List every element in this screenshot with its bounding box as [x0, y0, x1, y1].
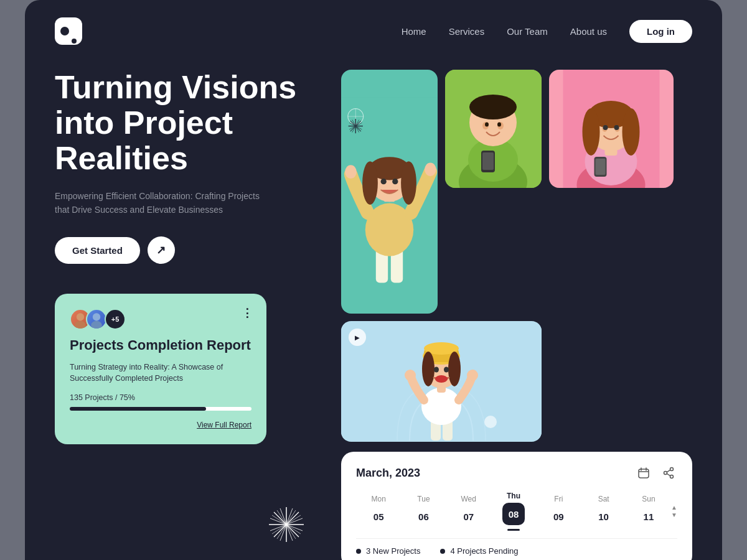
event-new-projects: 3 New Projects: [356, 546, 420, 556]
person-card-green: [445, 70, 542, 188]
svg-point-21: [583, 108, 600, 156]
card-avatars: +5: [70, 309, 251, 330]
logo-dot-big: [60, 27, 69, 35]
completion-card: +5 ⋮ Projects Completion Report Turning …: [55, 294, 266, 444]
svg-rect-70: [639, 469, 649, 478]
svg-point-37: [425, 163, 436, 177]
page-wrapper: Home Services Our Team About us Log in T…: [25, 0, 722, 560]
calendar-title: March, 2023: [356, 467, 420, 480]
share-icon[interactable]: [660, 464, 677, 482]
svg-point-12: [497, 123, 501, 127]
svg-point-58: [405, 370, 416, 381]
avatar-plus: +5: [105, 309, 126, 330]
svg-point-0: [77, 314, 84, 321]
card-description: Turning Strategy into Reality: A Showcas…: [70, 362, 251, 385]
day-fri[interactable]: Fri 09: [536, 495, 581, 528]
calendar-icons: [635, 464, 677, 482]
svg-point-22: [622, 108, 640, 156]
svg-rect-14: [482, 152, 494, 170]
nav-our-team[interactable]: Our Team: [507, 26, 548, 37]
calendar-divider: [356, 538, 677, 539]
day-thu-active[interactable]: Thu 08: [491, 492, 536, 531]
svg-point-2: [93, 314, 100, 321]
svg-point-67: [434, 367, 439, 373]
nav-home[interactable]: Home: [402, 26, 426, 37]
calendar-nav-arrows[interactable]: ▲ ▼: [671, 505, 677, 518]
progress-bar-bg: [70, 407, 251, 411]
card-title: Projects Completion Report: [70, 337, 251, 353]
logo: [55, 17, 82, 45]
person-card-teal: [341, 70, 438, 314]
calendar-header: March, 2023: [356, 464, 677, 482]
event-dot-1: [356, 549, 361, 554]
svg-point-36: [345, 165, 357, 179]
hero-subtitle: Empowering Efficient Collaboration: Craf…: [55, 189, 266, 217]
calendar-icon[interactable]: [635, 464, 652, 482]
person-card-blue: ▶: [341, 321, 542, 442]
nav-about[interactable]: About us: [570, 26, 607, 37]
svg-point-1: [75, 321, 86, 329]
avatar-2: [86, 309, 107, 330]
svg-point-43: [381, 179, 387, 184]
person-card-pink: [549, 70, 674, 188]
event-pending-projects: 4 Projects Pending: [440, 546, 518, 556]
cta-row: Get Started ↗: [55, 236, 316, 264]
svg-point-42: [401, 161, 416, 205]
progress-bar-fill: [70, 407, 206, 411]
day-tue[interactable]: Tue 06: [401, 495, 446, 528]
svg-point-74: [670, 468, 674, 471]
svg-line-77: [667, 470, 670, 472]
svg-point-57: [421, 388, 461, 425]
svg-point-25: [603, 125, 608, 130]
svg-rect-28: [596, 159, 606, 175]
svg-point-59: [467, 370, 478, 381]
day-mon[interactable]: Mon 05: [356, 495, 401, 528]
image-grid: ▶: [341, 70, 692, 442]
svg-point-69: [435, 375, 448, 383]
svg-line-78: [667, 474, 670, 476]
event-dot-2: [440, 549, 445, 554]
day-sun[interactable]: Sun 11: [626, 495, 671, 528]
svg-point-66: [448, 352, 461, 386]
view-report-link[interactable]: View Full Report: [70, 421, 251, 429]
logo-dot-small: [72, 39, 77, 44]
svg-point-8: [469, 95, 517, 119]
nav-services[interactable]: Services: [449, 26, 485, 37]
svg-point-3: [91, 321, 102, 329]
svg-point-54: [484, 416, 497, 428]
arrow-button[interactable]: ↗: [148, 236, 175, 264]
get-started-button[interactable]: Get Started: [55, 237, 140, 264]
days-row: Mon 05 Tue 06 Wed 07 Thu 08: [356, 492, 677, 531]
svg-point-76: [664, 472, 667, 475]
svg-point-26: [614, 125, 619, 130]
card-stats: 135 Projects / 75%: [70, 393, 251, 402]
calendar-events: 3 New Projects 4 Projects Pending: [356, 546, 677, 556]
svg-point-75: [670, 475, 674, 478]
hero-title: Turning Visions into Project Realities: [55, 70, 316, 177]
card-menu[interactable]: ⋮: [242, 306, 254, 320]
play-icon[interactable]: ▶: [349, 329, 366, 346]
svg-point-41: [362, 161, 378, 205]
calendar-card: March, 2023: [341, 452, 692, 560]
day-sat[interactable]: Sat 10: [581, 495, 626, 528]
right-column: ▶: [341, 70, 692, 560]
navbar: Home Services Our Team About us Log in: [25, 0, 722, 45]
svg-point-44: [392, 179, 398, 184]
main-content: Turning Visions into Project Realities E…: [25, 45, 722, 560]
login-button[interactable]: Log in: [629, 20, 692, 43]
svg-point-68: [444, 367, 449, 373]
active-indicator: [507, 529, 520, 531]
svg-point-11: [485, 123, 489, 127]
svg-point-65: [422, 352, 435, 386]
day-wed[interactable]: Wed 07: [446, 495, 491, 528]
nav-links: Home Services Our Team About us Log in: [402, 20, 692, 43]
left-column: Turning Visions into Project Realities E…: [55, 70, 316, 560]
